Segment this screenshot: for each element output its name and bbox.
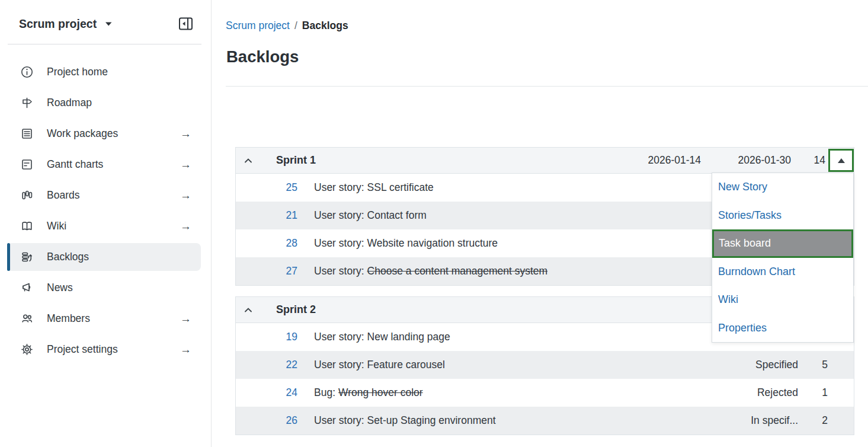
- sidebar-item-roadmap[interactable]: Roadmap: [7, 89, 201, 117]
- arrow-right-icon[interactable]: →: [180, 312, 201, 325]
- work-package-id-link[interactable]: 28: [236, 237, 297, 250]
- sprint-duration: 14: [802, 154, 825, 167]
- menu-item-task-board[interactable]: Task board: [712, 229, 853, 258]
- work-package-title: User story:SSL certificate: [314, 181, 715, 194]
- sidebar-item-wiki[interactable]: Wiki →: [7, 212, 201, 240]
- megaphone-icon: [20, 281, 34, 295]
- breadcrumb-separator: /: [294, 20, 297, 32]
- page-title: Backlogs: [226, 47, 299, 66]
- sprint-end-date: 2026-01-30: [701, 154, 791, 167]
- sidebar-item-label: Gantt charts: [47, 158, 103, 171]
- chevron-up-icon[interactable]: [242, 304, 254, 316]
- sprint-name: Sprint 1: [276, 154, 611, 167]
- work-package-id-link[interactable]: 21: [236, 209, 297, 222]
- collapse-panel-icon: [178, 17, 194, 31]
- sidebar: Scrum project Project: [0, 0, 212, 447]
- menu-item-wiki[interactable]: Wiki: [712, 286, 853, 314]
- collapse-sidebar-button[interactable]: [178, 17, 194, 31]
- sidebar-item-label: Roadmap: [47, 97, 92, 109]
- sidebar-item-project-home[interactable]: Project home: [7, 58, 201, 86]
- menu-item-new-story[interactable]: New Story: [712, 173, 853, 202]
- people-icon: [20, 312, 34, 325]
- work-package-title: User story:Contact form: [314, 209, 715, 222]
- work-package-id-link[interactable]: 24: [236, 387, 297, 399]
- sidebar-nav: Project home Roadmap Work packages →: [0, 44, 211, 363]
- work-package-title: User story:Feature carousel: [314, 359, 715, 371]
- arrow-right-icon[interactable]: →: [180, 158, 201, 171]
- work-package-id-link[interactable]: 22: [236, 359, 297, 371]
- sidebar-item-label: Backlogs: [47, 251, 89, 263]
- breadcrumb-current: Backlogs: [302, 20, 348, 32]
- sidebar-item-members[interactable]: Members →: [7, 305, 201, 333]
- sidebar-item-label: Boards: [47, 189, 79, 202]
- menu-item-stories-tasks[interactable]: Stories/Tasks: [712, 202, 853, 230]
- sidebar-item-news[interactable]: News: [7, 274, 201, 302]
- work-package-title: User story:Set-up Staging environment: [314, 414, 715, 427]
- gantt-chart-icon: [20, 158, 34, 171]
- work-package-id-link[interactable]: 26: [236, 414, 297, 427]
- backlog-row[interactable]: 26 User story:Set-up Staging environment…: [236, 407, 854, 435]
- sidebar-item-project-settings[interactable]: Project settings →: [7, 336, 201, 363]
- sidebar-item-label: Work packages: [47, 127, 118, 140]
- signpost-icon: [20, 96, 34, 110]
- sidebar-item-label: Wiki: [47, 220, 66, 232]
- work-package-id-link[interactable]: 19: [236, 331, 297, 343]
- work-package-title: User story:New landing page: [314, 331, 715, 343]
- sprint-name: Sprint 2: [276, 304, 636, 316]
- work-package-title: Bug:Wrong hover color: [314, 387, 715, 399]
- sprint-menu-toggle-button[interactable]: [828, 149, 854, 172]
- sidebar-item-work-packages[interactable]: Work packages →: [7, 120, 201, 148]
- sidebar-item-label: Project settings: [47, 343, 118, 356]
- document-lines-icon: [20, 127, 34, 141]
- chevron-down-icon: [105, 21, 113, 27]
- project-switcher[interactable]: Scrum project: [19, 17, 113, 31]
- triangle-up-icon: [838, 158, 845, 163]
- menu-item-properties[interactable]: Properties: [712, 314, 853, 343]
- boards-icon: [20, 189, 34, 202]
- work-package-status: Specified: [715, 359, 798, 371]
- breadcrumb: Scrum project / Backlogs: [226, 20, 348, 32]
- project-name: Scrum project: [19, 17, 97, 31]
- info-icon: [20, 65, 34, 79]
- menu-item-burndown-chart[interactable]: Burndown Chart: [712, 258, 853, 286]
- sidebar-header: Scrum project: [0, 0, 211, 31]
- backlog-list-icon: [20, 250, 34, 264]
- sidebar-item-label: News: [47, 282, 73, 294]
- breadcrumb-project-link[interactable]: Scrum project: [226, 20, 290, 32]
- arrow-right-icon[interactable]: →: [180, 189, 201, 202]
- work-package-status: Rejected: [715, 387, 798, 399]
- title-divider: [226, 86, 868, 87]
- arrow-right-icon[interactable]: →: [180, 127, 201, 141]
- sidebar-item-label: Members: [47, 312, 90, 325]
- sidebar-item-boards[interactable]: Boards →: [7, 181, 201, 209]
- gear-icon: [20, 343, 34, 356]
- sprint-context-menu: New Story Stories/Tasks Task board Burnd…: [712, 173, 854, 343]
- chevron-up-icon[interactable]: [242, 155, 254, 167]
- work-package-points: 1: [807, 387, 828, 399]
- work-package-id-link[interactable]: 27: [236, 265, 297, 277]
- sprint-1-header: Sprint 1 2026-01-14 2026-01-30 14: [236, 148, 854, 174]
- arrow-right-icon[interactable]: →: [180, 343, 201, 356]
- work-package-points: 2: [807, 414, 828, 427]
- arrow-right-icon[interactable]: →: [180, 220, 201, 233]
- backlog-row[interactable]: 24 Bug:Wrong hover color Rejected 1: [236, 379, 854, 407]
- work-package-status: In specif...: [715, 414, 798, 427]
- sidebar-item-label: Project home: [47, 66, 108, 78]
- work-package-points: 5: [807, 359, 828, 371]
- sidebar-item-backlogs[interactable]: Backlogs: [7, 243, 201, 271]
- sidebar-item-gantt-charts[interactable]: Gantt charts →: [7, 151, 201, 178]
- work-package-title: User story:Website navigation structure: [314, 237, 715, 250]
- work-package-id-link[interactable]: 25: [236, 181, 297, 194]
- sprint-start-date: 2026-01-14: [611, 154, 701, 167]
- backlog-row[interactable]: 22 User story:Feature carousel Specified…: [236, 351, 854, 379]
- open-book-icon: [20, 219, 34, 233]
- work-package-title: User story:Choose a content management s…: [314, 265, 715, 277]
